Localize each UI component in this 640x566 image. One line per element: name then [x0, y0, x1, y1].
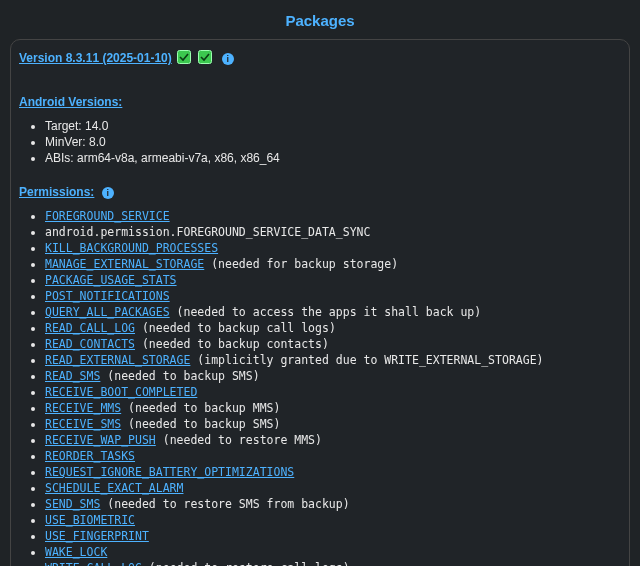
permission-link[interactable]: QUERY_ALL_PACKAGES: [45, 305, 170, 319]
shield-ok-icon: [198, 50, 212, 67]
permission-link[interactable]: PACKAGE_USAGE_STATS: [45, 273, 177, 287]
permission-link[interactable]: REQUEST_IGNORE_BATTERY_OPTIMIZATIONS: [45, 465, 294, 479]
permission-item: KILL_BACKGROUND_PROCESSES: [45, 241, 621, 255]
permission-link[interactable]: POST_NOTIFICATIONS: [45, 289, 170, 303]
permission-note: (needed for backup storage): [204, 257, 398, 271]
android-versions-list: Target: 14.0 MinVer: 8.0 ABIs: arm64-v8a…: [45, 119, 621, 165]
permission-item: USE_FINGERPRINT: [45, 529, 621, 543]
permission-item: WRITE_CALL_LOG (needed to restore call l…: [45, 561, 621, 566]
permission-plain: android.permission.FOREGROUND_SERVICE_DA…: [45, 225, 370, 239]
permission-item: RECEIVE_BOOT_COMPLETED: [45, 385, 621, 399]
permission-link[interactable]: REORDER_TASKS: [45, 449, 135, 463]
permission-link[interactable]: SCHEDULE_EXACT_ALARM: [45, 481, 183, 495]
svg-rect-1: [199, 51, 212, 64]
permission-link[interactable]: READ_EXTERNAL_STORAGE: [45, 353, 190, 367]
permission-note: (needed to backup contacts): [135, 337, 329, 351]
permission-item: SEND_SMS (needed to restore SMS from bac…: [45, 497, 621, 511]
permission-note: (needed to restore MMS): [156, 433, 322, 447]
permission-note: (needed to backup call logs): [135, 321, 336, 335]
permission-link[interactable]: WAKE_LOCK: [45, 545, 107, 559]
permission-note: (needed to access the apps it shall back…: [170, 305, 482, 319]
android-target: Target: 14.0: [45, 119, 621, 133]
permission-note: (needed to backup SMS): [100, 369, 259, 383]
permission-note: (needed to backup MMS): [121, 401, 280, 415]
permission-note: (needed to backup SMS): [121, 417, 280, 431]
shield-ok-icon: [177, 50, 191, 67]
permission-link[interactable]: USE_FINGERPRINT: [45, 529, 149, 543]
permission-item: FOREGROUND_SERVICE: [45, 209, 621, 223]
android-minver: MinVer: 8.0: [45, 135, 621, 149]
version-row: Version 8.3.11 (2025-01-10) i: [19, 50, 621, 67]
permission-item: QUERY_ALL_PACKAGES (needed to access the…: [45, 305, 621, 319]
permission-item: RECEIVE_MMS (needed to backup MMS): [45, 401, 621, 415]
permission-link[interactable]: READ_CONTACTS: [45, 337, 135, 351]
permission-link[interactable]: READ_SMS: [45, 369, 100, 383]
permission-item: MANAGE_EXTERNAL_STORAGE (needed for back…: [45, 257, 621, 271]
permission-link[interactable]: KILL_BACKGROUND_PROCESSES: [45, 241, 218, 255]
permission-item: WAKE_LOCK: [45, 545, 621, 559]
android-versions-heading: Android Versions:: [19, 95, 122, 109]
permission-item: SCHEDULE_EXACT_ALARM: [45, 481, 621, 495]
permission-note: (needed to restore SMS from backup): [100, 497, 349, 511]
permission-item: PACKAGE_USAGE_STATS: [45, 273, 621, 287]
permission-note: (implicitly granted due to WRITE_EXTERNA…: [190, 353, 543, 367]
permission-item: POST_NOTIFICATIONS: [45, 289, 621, 303]
android-abis: ABIs: arm64-v8a, armeabi-v7a, x86, x86_6…: [45, 151, 621, 165]
permission-link[interactable]: USE_BIOMETRIC: [45, 513, 135, 527]
info-icon[interactable]: i: [222, 53, 234, 65]
permission-item: USE_BIOMETRIC: [45, 513, 621, 527]
permission-note: (needed to restore call logs): [142, 561, 350, 566]
permission-item: RECEIVE_SMS (needed to backup SMS): [45, 417, 621, 431]
permission-item: READ_CALL_LOG (needed to backup call log…: [45, 321, 621, 335]
permission-item: RECEIVE_WAP_PUSH (needed to restore MMS): [45, 433, 621, 447]
svg-rect-0: [178, 51, 191, 64]
permission-item: REQUEST_IGNORE_BATTERY_OPTIMIZATIONS: [45, 465, 621, 479]
permission-item: READ_EXTERNAL_STORAGE (implicitly grante…: [45, 353, 621, 367]
permission-link[interactable]: SEND_SMS: [45, 497, 100, 511]
permission-link[interactable]: WRITE_CALL_LOG: [45, 561, 142, 566]
page-title: Packages: [0, 0, 640, 39]
permission-link[interactable]: RECEIVE_WAP_PUSH: [45, 433, 156, 447]
permission-item: android.permission.FOREGROUND_SERVICE_DA…: [45, 225, 621, 239]
package-panel: Version 8.3.11 (2025-01-10) i Android Ve…: [10, 39, 630, 566]
permissions-list: FOREGROUND_SERVICEandroid.permission.FOR…: [45, 209, 621, 566]
permission-link[interactable]: RECEIVE_MMS: [45, 401, 121, 415]
permission-link[interactable]: RECEIVE_BOOT_COMPLETED: [45, 385, 197, 399]
permission-item: READ_SMS (needed to backup SMS): [45, 369, 621, 383]
info-icon[interactable]: i: [102, 187, 114, 199]
permission-item: READ_CONTACTS (needed to backup contacts…: [45, 337, 621, 351]
permission-item: REORDER_TASKS: [45, 449, 621, 463]
version-link[interactable]: Version 8.3.11 (2025-01-10): [19, 51, 172, 65]
permission-link[interactable]: RECEIVE_SMS: [45, 417, 121, 431]
permission-link[interactable]: FOREGROUND_SERVICE: [45, 209, 170, 223]
permission-link[interactable]: MANAGE_EXTERNAL_STORAGE: [45, 257, 204, 271]
permissions-heading: Permissions:: [19, 185, 94, 199]
permission-link[interactable]: READ_CALL_LOG: [45, 321, 135, 335]
